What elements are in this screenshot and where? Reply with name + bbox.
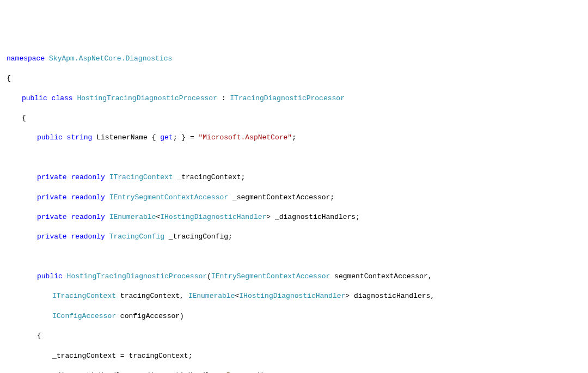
field: private readonly ITracingContext _tracin… xyxy=(7,173,581,182)
brace: { xyxy=(7,74,581,83)
class-decl: public class HostingTracingDiagnosticPro… xyxy=(7,94,581,103)
field: private readonly IEnumerable<IHostingDia… xyxy=(7,212,581,222)
ctor-param: ITracingContext tracingContext, IEnumera… xyxy=(7,291,581,301)
brace: { xyxy=(7,331,581,341)
field: private readonly IEntrySegmentContextAcc… xyxy=(7,193,581,203)
field: private readonly TracingConfig _tracingC… xyxy=(7,232,581,242)
namespace-line: namespace SkyApm.AspNetCore.Diagnostics xyxy=(7,54,581,64)
stmt: _diagnosticHandlers = diagnosticHandlers… xyxy=(7,371,581,373)
ctor-decl: public HostingTracingDiagnosticProcessor… xyxy=(7,272,581,282)
code-editor[interactable]: namespace SkyApm.AspNetCore.Diagnostics … xyxy=(7,44,581,373)
stmt: _tracingContext = tracingContext; xyxy=(7,351,581,361)
brace: { xyxy=(7,113,581,123)
listener-prop: public string ListenerName { get; } = "M… xyxy=(7,133,581,143)
ctor-param: IConfigAccessor configAccessor) xyxy=(7,311,581,321)
